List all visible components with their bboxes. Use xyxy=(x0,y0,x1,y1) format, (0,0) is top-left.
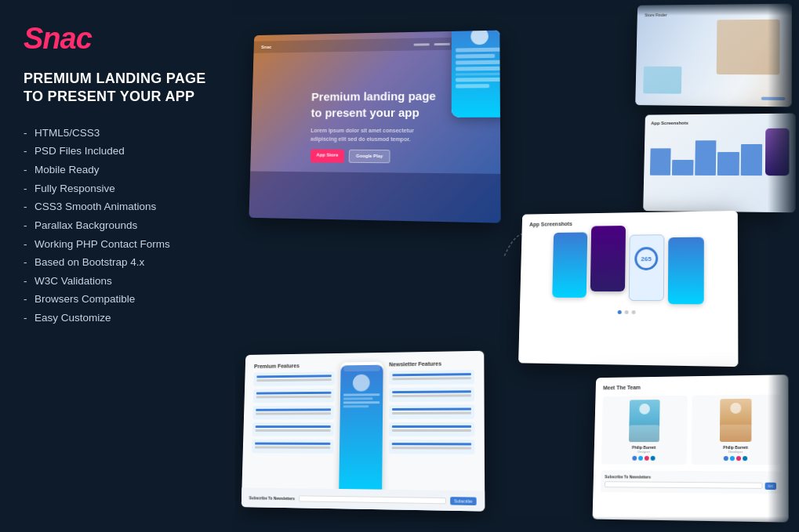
team-title: Meet The Team xyxy=(603,382,780,390)
feature-item: CSS3 Smooth Animations xyxy=(24,197,212,216)
features-column-1: Premium Features xyxy=(250,363,334,499)
screenshots-container: Store Finder Snac Premium land xyxy=(231,0,799,532)
feature-item: Fully Responsive xyxy=(24,179,212,198)
feature-item: PSD Files Included xyxy=(24,142,212,161)
top-overlay xyxy=(231,0,799,16)
features-phone xyxy=(339,362,383,500)
app-screens-title: App Screenshots xyxy=(529,219,729,227)
feature-item: HTML5/CSS3 xyxy=(24,124,212,143)
edge-overlay xyxy=(768,0,799,532)
team-social-2 xyxy=(695,456,776,461)
team-social-1 xyxy=(605,456,683,461)
feature-item: Working PHP Contact Forms xyxy=(24,235,212,254)
screenshot-app-screens: App Screenshots 265 xyxy=(518,211,738,367)
features-column-2: Newsletter Features xyxy=(388,360,475,501)
screenshot-features: Premium Features xyxy=(242,351,485,512)
team-avatar-1 xyxy=(629,400,660,442)
bottom-overlay xyxy=(231,516,799,532)
feature-item: Browsers Compatible xyxy=(24,290,212,309)
hero-text: Premium landing pageto present your app … xyxy=(295,72,452,179)
brand-logo: Snac xyxy=(24,22,212,56)
feature-item: Easy Customize xyxy=(24,309,212,328)
hero-inner: Snac Premium landing pageto present your… xyxy=(249,31,500,223)
phone-screen xyxy=(452,31,501,118)
features-inner: Premium Features xyxy=(242,351,485,512)
team-role-2: Developer xyxy=(695,450,776,454)
right-panel: Store Finder Snac Premium land xyxy=(231,0,799,532)
team-inner: Meet The Team Philip Barrett Designer xyxy=(593,375,788,501)
screenshot-hero: Snac Premium landing pageto present your… xyxy=(249,31,500,223)
arrow-decoration xyxy=(498,223,537,262)
team-role-1: Designer xyxy=(605,450,683,454)
tagline: PREMIUM LANDING PAGE TO PRESENT YOUR APP xyxy=(24,70,212,107)
feature-item: Mobile Ready xyxy=(24,161,212,179)
team-cards: Philip Barrett Designer xyxy=(601,394,780,465)
features-list: HTML5/CSS3PSD Files IncludedMobile Ready… xyxy=(24,124,212,328)
phone-mockup xyxy=(452,31,501,118)
screenshot-team: Meet The Team Philip Barrett Designer xyxy=(593,375,789,522)
feature-item: W3C Validations xyxy=(24,272,212,291)
team-avatar-2 xyxy=(720,399,752,442)
hero-title: Premium landing pageto present your app xyxy=(311,88,436,121)
feature-item: Based on Bootstrap 4.x xyxy=(24,253,212,272)
feature-item: Parallax Backgrounds xyxy=(24,216,212,235)
team-card-1: Philip Barrett Designer xyxy=(601,396,688,465)
left-panel: Snac PREMIUM LANDING PAGE TO PRESENT YOU… xyxy=(0,0,235,532)
